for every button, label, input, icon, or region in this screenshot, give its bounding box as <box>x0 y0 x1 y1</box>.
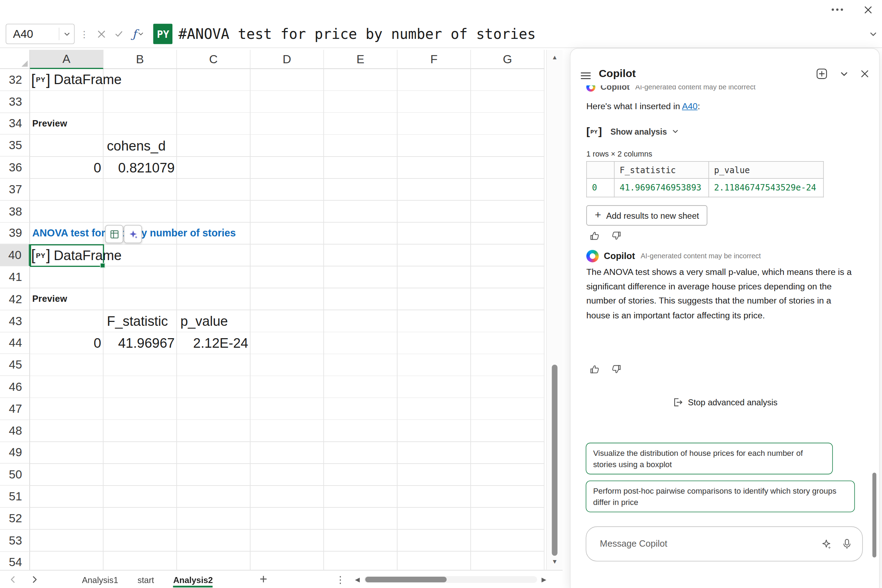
row-header-44[interactable]: 44 <box>0 332 30 354</box>
close-panel-icon[interactable] <box>861 70 869 78</box>
mic-icon[interactable] <box>842 538 852 549</box>
column-header-c[interactable]: C <box>177 50 250 69</box>
row-header-50[interactable]: 50 <box>0 464 30 486</box>
row-header-53[interactable]: 53 <box>0 530 30 552</box>
row-header-36[interactable]: 36 <box>0 157 30 179</box>
cancel-icon[interactable] <box>97 30 106 38</box>
column-header-g[interactable]: G <box>471 50 544 69</box>
inserted-suffix: : <box>698 101 700 111</box>
horizontal-scrollbar-thumb[interactable] <box>365 577 447 582</box>
sheet-nav-next-icon[interactable] <box>28 570 42 588</box>
column-header-a[interactable]: A <box>30 50 104 69</box>
row-header-49[interactable]: 49 <box>0 442 30 464</box>
horizontal-scrollbar[interactable] <box>364 576 537 583</box>
window-close-icon[interactable] <box>861 2 875 17</box>
cell-link[interactable]: A40 <box>682 101 698 111</box>
cell-b35[interactable]: cohens_d <box>107 135 166 156</box>
prompt-guide-icon[interactable] <box>821 538 831 549</box>
cell-a40[interactable]: PY DataFrame <box>31 244 122 266</box>
thumbs-up-icon[interactable] <box>589 230 601 242</box>
cell-c44[interactable]: 2.12E-24 <box>178 332 248 354</box>
cell-b43[interactable]: F_statistic <box>107 310 168 332</box>
row-header-34[interactable]: 34 <box>0 113 30 135</box>
confirm-icon[interactable] <box>114 29 124 39</box>
add-results-button[interactable]: + Add results to new sheet <box>586 205 707 226</box>
feedback-row <box>589 230 622 242</box>
analyze-sparkle-button[interactable] <box>124 225 142 243</box>
row-header-48[interactable]: 48 <box>0 420 30 442</box>
scroll-up-icon[interactable]: ▲ <box>547 54 562 60</box>
message-input[interactable] <box>598 538 821 549</box>
drag-handle-icon[interactable]: ⋮ <box>80 28 89 39</box>
python-object-icon: PY <box>586 126 602 137</box>
thumbs-down-icon[interactable] <box>610 230 622 242</box>
name-box[interactable]: A40 <box>6 24 75 44</box>
new-chat-icon[interactable] <box>816 68 828 80</box>
row-header-38[interactable]: 38 <box>0 201 30 223</box>
insert-function-icon[interactable]: ƒ <box>132 27 144 40</box>
row-header-51[interactable]: 51 <box>0 486 30 508</box>
row-header-42[interactable]: 42 <box>0 288 30 310</box>
row-header-33[interactable]: 33 <box>0 91 30 113</box>
cell-a32-text: DataFrame <box>54 72 122 88</box>
column-header-d[interactable]: D <box>250 50 324 69</box>
cell-c43[interactable]: p_value <box>180 310 228 332</box>
sheet-more-icon[interactable]: ⋮ <box>334 570 347 588</box>
table-header-cell: p_value <box>709 162 824 178</box>
cell-a44[interactable]: 0 <box>30 332 101 354</box>
row-header-37[interactable]: 37 <box>0 179 30 201</box>
vertical-scrollbar[interactable]: ▲ ▼ <box>546 50 562 570</box>
menu-icon[interactable] <box>580 72 591 80</box>
add-sheet-button[interactable]: + <box>254 570 273 587</box>
stop-advanced-analysis-button[interactable]: Stop advanced analysis <box>570 397 879 407</box>
sheet-tab-analysis1[interactable]: Analysis1 <box>72 570 128 588</box>
thumbs-down-icon[interactable] <box>610 363 622 375</box>
column-header-b[interactable]: B <box>104 50 177 69</box>
formula-input[interactable]: #ANOVA test for price by number of stori… <box>178 26 870 42</box>
name-box-chevron-icon[interactable] <box>59 31 74 37</box>
row-header-43[interactable]: 43 <box>0 310 30 332</box>
row-header-40[interactable]: 40 <box>0 244 30 266</box>
cell-a32[interactable]: PY DataFrame <box>31 69 122 91</box>
panel-scrollbar-thumb[interactable] <box>873 473 876 558</box>
vertical-scrollbar-thumb[interactable] <box>552 364 558 556</box>
row-header-32[interactable]: 32 <box>0 69 30 91</box>
column-header-e[interactable]: E <box>324 50 398 69</box>
row-header-41[interactable]: 41 <box>0 266 30 288</box>
row-header-45[interactable]: 45 <box>0 354 30 376</box>
scroll-down-icon[interactable]: ▼ <box>547 558 562 565</box>
insert-data-button[interactable] <box>105 225 123 243</box>
copilot-panel-header: Copilot <box>570 49 879 86</box>
row-header-54[interactable]: 54 <box>0 552 30 570</box>
ai-disclaimer: AI-generated content may be incorrect <box>640 252 761 260</box>
cell-a36[interactable]: 0 <box>30 157 101 179</box>
sheet-tab-start[interactable]: start <box>128 570 164 588</box>
formula-bar-expand-icon[interactable] <box>870 30 877 38</box>
excel-window: A40 ⋮ ƒ PY #ANOVA test for price by numb… <box>0 0 882 588</box>
row-header-47[interactable]: 47 <box>0 398 30 420</box>
window-titlebar <box>0 0 882 21</box>
suggestion-pill[interactable]: Visualize the distribution of house pric… <box>586 443 833 475</box>
cell-a42[interactable]: Preview <box>32 288 67 310</box>
cell-a34[interactable]: Preview <box>32 113 67 135</box>
select-all-corner[interactable] <box>0 50 30 69</box>
show-analysis-label: Show analysis <box>610 127 667 136</box>
suggestion-pill[interactable]: Perform post-hoc pairwise comparisons to… <box>586 481 855 512</box>
sheet-nav-prev-icon[interactable] <box>6 570 19 588</box>
row-header-52[interactable]: 52 <box>0 508 30 530</box>
row-header-46[interactable]: 46 <box>0 376 30 398</box>
collapse-chevron-icon[interactable] <box>840 70 848 78</box>
python-object-icon: PY <box>31 72 50 88</box>
thumbs-up-icon[interactable] <box>589 363 601 375</box>
sheet-tab-analysis2[interactable]: Analysis2 <box>164 570 222 588</box>
cell-b44[interactable]: 41.96967 <box>105 332 175 354</box>
window-more-icon[interactable] <box>830 2 845 17</box>
column-header-f[interactable]: F <box>398 50 471 69</box>
cell-b36[interactable]: 0.821079 <box>105 157 175 179</box>
row-header-39[interactable]: 39 <box>0 223 30 244</box>
hscroll-left-icon[interactable]: ◀ <box>352 570 363 588</box>
row-header-35[interactable]: 35 <box>0 135 30 156</box>
show-analysis-dropdown[interactable]: PY Show analysis <box>586 126 678 137</box>
hscroll-right-icon[interactable]: ▶ <box>539 570 549 588</box>
stop-analysis-icon <box>672 397 683 407</box>
